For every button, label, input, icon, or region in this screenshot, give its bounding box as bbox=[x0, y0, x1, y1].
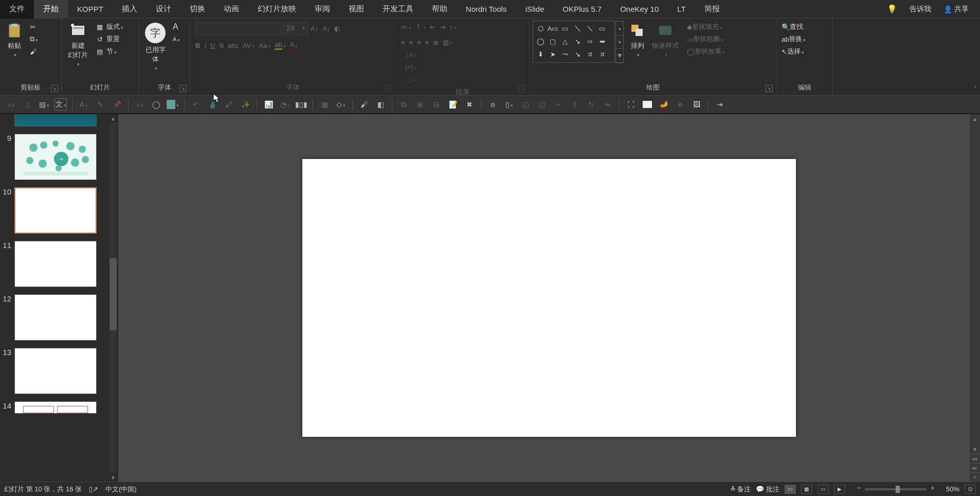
slideshow-view-button[interactable]: ▶ bbox=[834, 485, 845, 494]
tb-circle2[interactable]: ○ bbox=[674, 98, 686, 111]
thumbnail-13[interactable]: 13 bbox=[2, 348, 115, 394]
usedfont-button[interactable]: 字 已用字 体 bbox=[142, 21, 169, 74]
thumb-scroll-down[interactable]: ▼ bbox=[108, 473, 118, 482]
tb-framemode[interactable]: ▯ bbox=[503, 98, 515, 111]
shape-textbox-icon[interactable]: A▭ bbox=[547, 23, 558, 34]
shape-triangle-icon[interactable]: △ bbox=[559, 36, 571, 47]
tb-fontcolor[interactable]: A bbox=[78, 98, 90, 111]
shadow-button[interactable]: abc bbox=[226, 39, 241, 51]
usedfont-launcher[interactable]: ↘ bbox=[179, 85, 187, 92]
tab-file[interactable]: 文件 bbox=[0, 0, 34, 19]
select-button[interactable]: ↖选择 bbox=[779, 45, 806, 58]
zoom-knob[interactable] bbox=[896, 486, 900, 493]
clear-format-button[interactable]: ◐ bbox=[332, 22, 342, 34]
thumbnail-11[interactable]: 11 bbox=[2, 241, 115, 287]
drawing-launcher[interactable]: ↘ bbox=[766, 85, 773, 92]
tab-lt[interactable]: LT bbox=[668, 0, 695, 19]
tb-rotate[interactable]: ↻ bbox=[585, 98, 597, 111]
shape-textbox2-icon[interactable]: ▭ bbox=[559, 23, 571, 34]
font-size-input[interactable]: 24▾ bbox=[283, 22, 308, 35]
text-direction-button[interactable]: ↕A bbox=[403, 48, 526, 61]
prev-slide-button[interactable]: ⏮ bbox=[970, 454, 980, 463]
columns-button[interactable]: ▥ bbox=[441, 36, 455, 48]
shapes-gallery[interactable]: ⬡ A▭ ▭ ＼ ＼ ▭ ◯ ▢ △ ↘ ⇨ ➡ ⬇ ➤ ⤳ ↘ ⤭ bbox=[533, 21, 615, 63]
outdent-button[interactable]: ⇤ bbox=[428, 21, 438, 33]
tab-help[interactable]: 帮助 bbox=[423, 0, 457, 19]
find-button[interactable]: 🔍查找 bbox=[779, 21, 805, 33]
strike-button[interactable]: S bbox=[217, 39, 226, 51]
tab-slideshow[interactable]: 幻灯片放映 bbox=[248, 0, 305, 19]
new-slide-button[interactable]: 新建 幻灯片 bbox=[65, 21, 91, 69]
tab-okplus[interactable]: OKPlus 5.7 bbox=[553, 0, 611, 19]
cut-button[interactable]: ✂ bbox=[28, 21, 40, 33]
collapse-ribbon-button[interactable]: ˄ bbox=[974, 85, 977, 92]
justify-button[interactable]: ≡ bbox=[423, 36, 431, 48]
align-left-button[interactable]: ≡ bbox=[399, 36, 407, 48]
shape-hexagon-icon[interactable]: ⬡ bbox=[535, 23, 546, 34]
thumbnail-8-partial[interactable] bbox=[2, 114, 115, 127]
tab-onekey[interactable]: OneKey 10 bbox=[611, 0, 668, 19]
tb-align-center[interactable]: ▯ bbox=[22, 98, 34, 111]
reset-button[interactable]: ↺重置 bbox=[93, 33, 125, 45]
bold-button[interactable]: B bbox=[193, 39, 202, 51]
thumbnail-scrollbar[interactable]: ▲ ▼ bbox=[108, 114, 118, 482]
thumb-scroll-handle[interactable] bbox=[110, 258, 117, 330]
tb-bringfront[interactable]: ◱ bbox=[519, 98, 532, 111]
shape-connector2-icon[interactable]: ↘ bbox=[572, 49, 583, 60]
arrange-button[interactable]: 排列 bbox=[626, 21, 649, 60]
align-right-button[interactable]: ≡ bbox=[415, 36, 423, 48]
tb-barcode[interactable]: ▮▯▮ bbox=[295, 98, 307, 111]
tb-shadow[interactable]: ◧ bbox=[374, 98, 387, 111]
thumbnail-10[interactable]: 10 bbox=[2, 187, 115, 234]
shape-rightarrow-icon[interactable]: ➤ bbox=[547, 49, 558, 60]
numbering-button[interactable]: ⒈ bbox=[413, 21, 428, 33]
shape-blockarrow-icon[interactable]: ➡ bbox=[596, 36, 608, 47]
tb-chart[interactable]: 📊 bbox=[262, 98, 275, 111]
canvas-scroll-down[interactable]: ▼ bbox=[970, 445, 980, 454]
align-center-button[interactable]: ≡ bbox=[407, 36, 415, 48]
shape-arrowline-icon[interactable]: ↘ bbox=[572, 36, 583, 47]
sorter-view-button[interactable]: ▦ bbox=[801, 485, 812, 494]
shape-downarrow-icon[interactable]: ⬇ bbox=[535, 49, 546, 60]
canvas-scroll-up[interactable]: ▲ bbox=[970, 114, 980, 123]
tab-jianbao[interactable]: 简报 bbox=[695, 0, 729, 19]
shapefill-button[interactable]: ◆形状填充 bbox=[685, 21, 727, 33]
tb-pie[interactable]: ◔ bbox=[279, 98, 291, 111]
thumbnail-9[interactable]: 9 14 bbox=[2, 134, 115, 180]
underline-button[interactable]: U bbox=[208, 39, 217, 51]
tb-table[interactable]: ▦ bbox=[318, 98, 331, 111]
tb-rect[interactable]: ▭ bbox=[134, 98, 146, 111]
tab-koppt[interactable]: KOPPT bbox=[68, 0, 113, 19]
tab-view[interactable]: 视图 bbox=[339, 0, 373, 19]
shape-connector3-icon[interactable]: ⤭ bbox=[584, 49, 595, 60]
align-text-button[interactable]: [≡] bbox=[403, 61, 526, 73]
tb-fullscreen[interactable]: ⛶ bbox=[625, 98, 637, 111]
thumbnail-14[interactable]: 14 bbox=[2, 401, 115, 414]
tb-pin[interactable]: 📌 bbox=[111, 98, 123, 111]
tab-islide[interactable]: iSlide bbox=[516, 0, 554, 19]
tellme-search[interactable]: 告诉我 bbox=[903, 0, 937, 19]
tb-delete[interactable]: ✖ bbox=[463, 98, 476, 111]
tb-whiterect[interactable] bbox=[641, 98, 654, 111]
tb-fillcolor[interactable] bbox=[167, 98, 179, 111]
highlight-button[interactable]: ab bbox=[273, 39, 287, 51]
charspace-button[interactable]: AV bbox=[241, 39, 257, 51]
tb-formatpainter[interactable]: 🖌 bbox=[358, 98, 370, 111]
decrease-font-button[interactable]: A bbox=[171, 33, 182, 45]
section-button[interactable]: ▤节 bbox=[93, 45, 125, 58]
tb-selectback[interactable]: ⧈ bbox=[486, 98, 499, 111]
quickstyle-button[interactable]: 快速样式 bbox=[649, 21, 682, 60]
tab-nordri[interactable]: Nordri Tools bbox=[457, 0, 516, 19]
canvas-scrollbar[interactable]: ▲ ▼ ⏮ ⏭ ≡ bbox=[970, 114, 980, 482]
zoom-value[interactable]: 50% bbox=[946, 485, 959, 493]
tb-distributev[interactable]: ⇳ bbox=[569, 98, 581, 111]
tb-circle[interactable]: ◯ bbox=[150, 98, 162, 111]
changecase-button[interactable]: Aa bbox=[257, 39, 273, 51]
shape-connector-icon[interactable]: ⤳ bbox=[559, 49, 571, 60]
fontcolor-button[interactable]: A bbox=[288, 39, 300, 51]
language-indicator[interactable]: 中文(中国) bbox=[105, 485, 137, 494]
normal-view-button[interactable]: ▭ bbox=[785, 485, 796, 494]
increase-font-button[interactable]: A bbox=[171, 21, 182, 33]
tb-sendback[interactable]: ◲ bbox=[536, 98, 548, 111]
tab-home[interactable]: 开始 bbox=[34, 0, 68, 19]
